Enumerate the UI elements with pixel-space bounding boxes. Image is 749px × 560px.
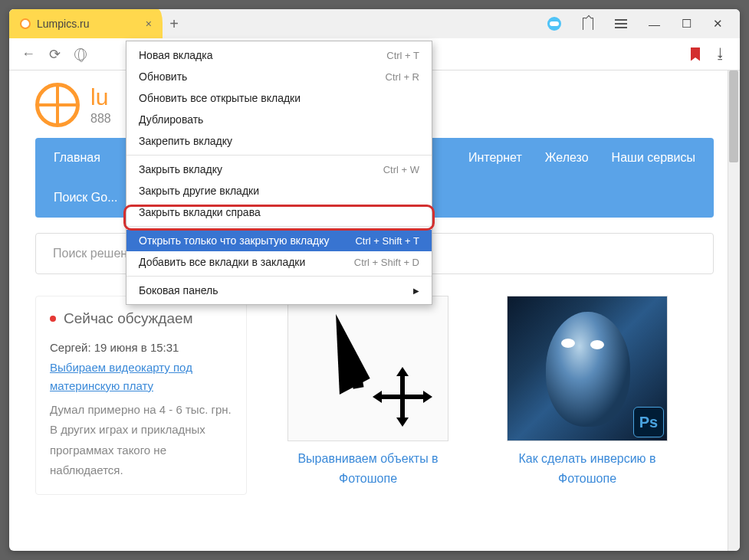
nav-hardware[interactable]: Железо: [545, 151, 589, 165]
nav-services[interactable]: Наши сервисы: [612, 151, 695, 165]
ctx-close-right[interactable]: Закрыть вкладки справа: [126, 201, 432, 223]
bookmarks-icon[interactable]: [583, 18, 593, 30]
ctx-separator: [126, 226, 432, 227]
browser-window: Lumpics.ru × + — ☐ ✕ ← ⟳ ⭳ lu: [9, 9, 740, 551]
ctx-pin[interactable]: Закрепить вкладку: [126, 130, 432, 152]
comment-link[interactable]: Выбираем видеокарту под материнскую плат…: [50, 359, 232, 395]
live-dot-icon: [50, 316, 56, 322]
card-title-2[interactable]: Как сделать инверсию в Фотошопе: [489, 449, 685, 488]
comment-meta: Сергей: 19 июня в 15:31: [50, 341, 232, 354]
comment-body: Думал примерно на 4 - 6 тыс. грн. В друг…: [50, 400, 232, 480]
scrollbar[interactable]: [728, 70, 740, 551]
close-tab-icon[interactable]: ×: [143, 18, 155, 30]
reload-button[interactable]: ⟳: [49, 46, 61, 63]
ctx-separator: [126, 276, 432, 277]
bookmark-page-icon[interactable]: [691, 47, 700, 61]
yandex-weather-icon[interactable]: [547, 17, 561, 31]
discussion-box: Сейчас обсуждаем Сергей: 19 июня в 15:31…: [35, 296, 247, 495]
tab-context-menu: Новая вкладкаCtrl + T ОбновитьCtrl + R О…: [126, 41, 432, 305]
card-thumb-1: [287, 296, 448, 441]
ctx-separator: [126, 155, 432, 156]
tab-bar: Lumpics.ru × + — ☐ ✕: [9, 9, 740, 38]
article-card-2[interactable]: Ps Как сделать инверсию в Фотошопе: [489, 296, 685, 495]
article-card-1[interactable]: Выравниваем объекты в Фотошопе: [270, 296, 466, 495]
nav-internet[interactable]: Интернет: [468, 151, 522, 165]
nav-search[interactable]: Поиск Go...: [54, 191, 117, 205]
ctx-sidebar[interactable]: Боковая панель▶: [126, 280, 432, 301]
chevron-right-icon: ▶: [413, 287, 419, 295]
maximize-button[interactable]: ☐: [682, 17, 692, 31]
ctx-bookmark-all[interactable]: Добавить все вкладки в закладкиCtrl + Sh…: [126, 251, 432, 273]
ctx-reload[interactable]: ОбновитьCtrl + R: [126, 66, 432, 87]
discussion-title: Сейчас обсуждаем: [64, 310, 193, 327]
card-thumb-2: Ps: [507, 296, 668, 441]
tab-active[interactable]: Lumpics.ru ×: [9, 9, 163, 38]
back-button[interactable]: ←: [21, 46, 35, 62]
tab-label: Lumpics.ru: [37, 18, 136, 30]
nav-home[interactable]: Главная: [54, 151, 100, 165]
ctx-new-tab[interactable]: Новая вкладкаCtrl + T: [126, 44, 432, 66]
scrollbar-thumb[interactable]: [729, 70, 738, 162]
site-title[interactable]: lu: [90, 84, 111, 110]
site-phone: 888: [90, 112, 111, 126]
menu-icon[interactable]: [615, 19, 627, 28]
site-info-icon[interactable]: [74, 48, 87, 61]
downloads-icon[interactable]: ⭳: [714, 46, 728, 62]
window-controls: — ☐ ✕: [547, 9, 740, 38]
close-window-button[interactable]: ✕: [713, 17, 723, 31]
ctx-close-tab[interactable]: Закрыть вкладкуCtrl + W: [126, 159, 432, 180]
ctx-close-others[interactable]: Закрыть другие вкладки: [126, 180, 432, 201]
photoshop-badge-icon: Ps: [633, 407, 664, 437]
new-tab-button[interactable]: +: [163, 9, 186, 38]
favicon-icon: [20, 18, 31, 29]
card-title-1[interactable]: Выравниваем объекты в Фотошопе: [270, 449, 466, 488]
site-logo-icon[interactable]: [35, 83, 80, 127]
ctx-reload-all[interactable]: Обновить все открытые вкладки: [126, 87, 432, 109]
ctx-reopen-closed[interactable]: Открыть только что закрытую вкладкуCtrl …: [126, 230, 432, 251]
minimize-button[interactable]: —: [649, 18, 660, 31]
ctx-duplicate[interactable]: Дублировать: [126, 109, 432, 130]
